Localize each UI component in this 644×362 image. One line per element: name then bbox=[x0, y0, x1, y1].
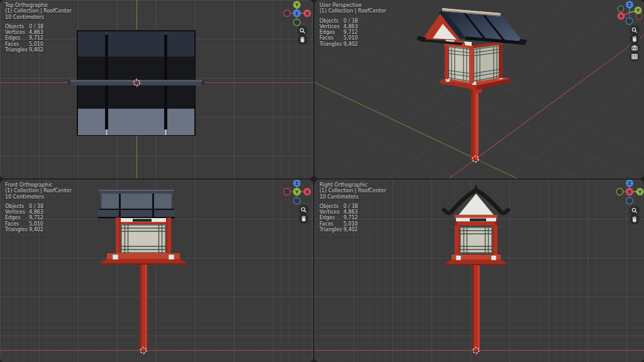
svg-text:Z: Z bbox=[295, 181, 298, 186]
lantern-model-front-view[interactable] bbox=[98, 190, 187, 350]
lantern-model-right-view[interactable] bbox=[444, 185, 508, 350]
gizmo-axis-y-negative[interactable] bbox=[616, 189, 623, 195]
gizmo-axis-x-positive[interactable]: X bbox=[304, 9, 311, 17]
svg-text:Y: Y bbox=[636, 8, 640, 13]
camera-view-icon[interactable] bbox=[630, 43, 640, 53]
svg-text:X: X bbox=[306, 11, 309, 16]
pan-hand-icon[interactable] bbox=[630, 34, 640, 44]
svg-text:X: X bbox=[306, 190, 309, 195]
viewport-front-orthographic[interactable]: Z X Y Front Orthographic (1) Collection … bbox=[0, 180, 313, 362]
gizmo-axis-z-positive[interactable]: Z bbox=[293, 180, 301, 187]
gizmo-axis-z-negative[interactable] bbox=[294, 197, 301, 204]
gizmo-axis-x-positive[interactable]: X bbox=[618, 13, 625, 20]
svg-text:Y: Y bbox=[294, 190, 299, 195]
zoom-icon[interactable] bbox=[299, 205, 309, 215]
svg-text:Z: Z bbox=[628, 3, 631, 8]
svg-text:Z: Z bbox=[628, 181, 631, 186]
blender-quad-view: Y X Z Top Orthographic (1) Collection | … bbox=[0, 0, 644, 362]
gizmo-axis-x-negative[interactable] bbox=[636, 13, 642, 19]
svg-text:Y: Y bbox=[638, 190, 642, 195]
zoom-icon[interactable] bbox=[630, 206, 640, 216]
gizmo-axis-x-positive[interactable]: X bbox=[304, 188, 311, 195]
gizmo-axis-z-positive[interactable]: Z bbox=[626, 1, 633, 9]
zoom-icon[interactable] bbox=[297, 26, 308, 36]
gizmo-axis-z-negative[interactable] bbox=[626, 18, 633, 25]
viewport-user-perspective[interactable]: Z X Y bbox=[314, 0, 644, 178]
y-axis-line bbox=[314, 82, 517, 178]
navigation-gizmo[interactable]: Y X Z bbox=[284, 1, 311, 26]
gizmo-axis-z-negative[interactable] bbox=[626, 197, 633, 204]
gizmo-axis-x-negative[interactable] bbox=[284, 189, 291, 195]
gizmo-axis-z-positive[interactable]: Z bbox=[293, 9, 301, 18]
gizmo-axis-y-positive[interactable]: Y bbox=[635, 7, 642, 14]
lantern-model-perspective[interactable] bbox=[416, 8, 527, 160]
navigation-gizmo[interactable]: Z Y X bbox=[616, 180, 643, 204]
gizmo-axis-y-positive[interactable]: Y bbox=[636, 188, 644, 195]
zoom-icon[interactable] bbox=[630, 25, 640, 35]
svg-text:X: X bbox=[619, 14, 623, 19]
gizmo-axis-y-positive[interactable]: Y bbox=[293, 1, 301, 9]
toggle-ortho-grid-icon[interactable] bbox=[630, 52, 640, 62]
pan-hand-icon[interactable] bbox=[630, 214, 640, 224]
gizmo-axis-y-negative[interactable] bbox=[294, 19, 301, 26]
gizmo-axis-x-negative[interactable] bbox=[284, 10, 291, 17]
svg-text:Z: Z bbox=[295, 11, 298, 16]
lantern-roof-top-view[interactable] bbox=[68, 30, 204, 136]
svg-text:Y: Y bbox=[294, 3, 299, 8]
gizmo-axis-x-positive[interactable]: X bbox=[626, 188, 634, 196]
gizmo-axis-y-positive[interactable]: Y bbox=[293, 188, 301, 196]
viewport-top-orthographic[interactable]: Y X Z Top Orthographic (1) Collection | … bbox=[0, 0, 313, 178]
pan-hand-icon[interactable] bbox=[297, 35, 308, 45]
navigation-gizmo[interactable]: Z X Y bbox=[618, 1, 642, 25]
gizmo-axis-z-positive[interactable]: Z bbox=[626, 180, 633, 187]
gizmo-axis-y-negative[interactable] bbox=[618, 6, 624, 12]
svg-text:X: X bbox=[628, 190, 631, 195]
navigation-gizmo[interactable]: Z X Y bbox=[284, 180, 311, 204]
viewport-right-orthographic[interactable]: Z Y X Right Orthographic (1) Collection … bbox=[314, 180, 644, 362]
pan-hand-icon[interactable] bbox=[299, 214, 309, 224]
